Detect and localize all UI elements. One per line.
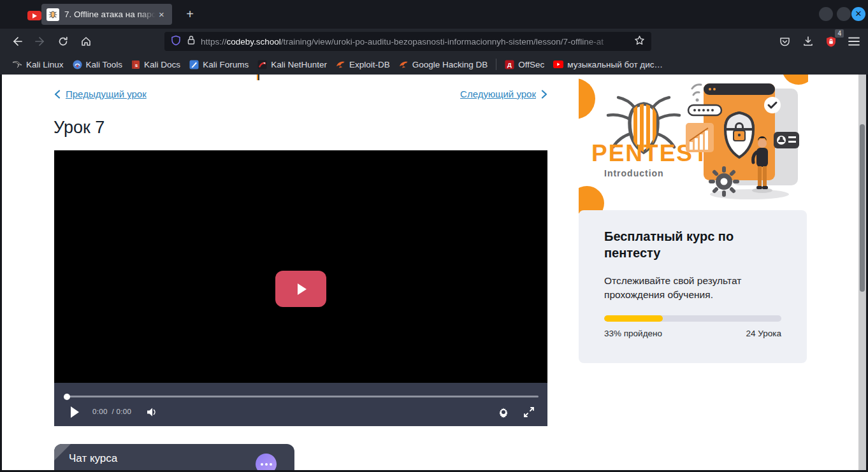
video-seek-bar[interactable]: [66, 396, 539, 397]
tab-bar: 7. Offline атака на пароли × + ✕: [0, 0, 868, 29]
codeby-bug-icon: [47, 8, 59, 21]
youtube-icon: [553, 61, 563, 68]
bookmark-kali-docs[interactable]: s Kali Docs: [127, 58, 185, 71]
course-progress-card: Бесплатный курс по пентесту Отслеживайте…: [579, 210, 807, 363]
tracking-shield-icon[interactable]: [171, 35, 181, 48]
close-window-button[interactable]: ✕: [851, 7, 865, 21]
tab-active[interactable]: 7. Offline атака на пароли ×: [41, 4, 172, 25]
extension-badge: 4: [835, 29, 844, 38]
course-progress-bar: [604, 315, 781, 322]
kali-docs-icon: s: [131, 60, 140, 69]
video-big-play-button[interactable]: [275, 271, 326, 307]
pocket-icon[interactable]: [776, 33, 793, 50]
video-screen[interactable]: [54, 150, 547, 383]
bookmarks-separator: [496, 59, 496, 70]
maximize-button[interactable]: [837, 7, 851, 21]
youtube-icon[interactable]: [27, 11, 41, 20]
url-bar[interactable]: https://codeby.school/training/view/urok…: [164, 32, 651, 51]
video-player: 0:00 / 0:00: [54, 150, 547, 426]
bookmark-kali-nethunter[interactable]: Kali NetHunter: [253, 58, 331, 71]
chat-title: Чат курса: [69, 452, 117, 465]
next-lesson-link[interactable]: Следующий урок: [460, 89, 547, 99]
svg-text:s: s: [135, 62, 138, 68]
gear-icon: [497, 406, 510, 418]
kali-tools-icon: [73, 60, 82, 69]
course-progress-labels: 33% пройдено 24 Урока: [604, 329, 781, 338]
clipped-heading-fragment: [257, 75, 259, 80]
chat-bubble-icon[interactable]: [256, 454, 277, 472]
bookmark-kali-tools[interactable]: Kali Tools: [68, 58, 127, 71]
kali-dragon-icon: [12, 59, 22, 69]
lessons-count-label: 24 Урока: [746, 329, 781, 338]
tab-title: 7. Offline атака на пароли: [64, 10, 157, 19]
lock-icon[interactable]: [187, 35, 196, 48]
offsec-icon: Д: [505, 60, 514, 69]
bookmark-star-icon[interactable]: [634, 35, 645, 48]
tab-close-icon[interactable]: ×: [159, 10, 164, 19]
bookmark-music-bot[interactable]: музыкальный бот дис…: [549, 58, 667, 71]
chevron-left-icon: [54, 90, 61, 99]
chevron-right-icon: [541, 90, 547, 99]
svg-text:Д: Д: [507, 61, 512, 68]
fullscreen-button[interactable]: [521, 404, 537, 420]
window-border-left: [0, 75, 2, 472]
ghdb-icon: [399, 60, 409, 69]
forward-button[interactable]: [32, 33, 48, 50]
video-seek-handle[interactable]: [64, 394, 70, 400]
home-button[interactable]: [78, 33, 94, 50]
lesson-navigation: Предыдущий урок Следующий урок: [54, 89, 547, 101]
adblock-extension-icon[interactable]: 4: [823, 33, 839, 50]
fullscreen-icon: [523, 406, 535, 418]
course-progress-fill: [604, 315, 663, 322]
browser-window: 7. Offline атака на пароли × + ✕ https:/…: [0, 0, 868, 472]
url-text: https://codeby.school/training/view/urok…: [201, 37, 634, 46]
scrollbar-thumb[interactable]: [860, 124, 865, 292]
back-button[interactable]: [9, 33, 25, 50]
volume-button[interactable]: [143, 404, 160, 420]
play-icon: [69, 406, 80, 418]
video-play-button[interactable]: [67, 404, 82, 420]
course-chat-widget[interactable]: Чат курса: [54, 444, 294, 472]
kali-nethunter-icon: [257, 60, 267, 69]
minimize-button[interactable]: [819, 7, 833, 21]
video-controls: 0:00 / 0:00: [54, 383, 547, 426]
downloads-icon[interactable]: [800, 33, 816, 50]
progress-percent-label: 33% пройдено: [604, 329, 662, 338]
bookmark-offsec[interactable]: Д OffSec: [500, 58, 549, 71]
bookmark-kali-forums[interactable]: Kali Forums: [185, 58, 253, 71]
play-icon: [293, 281, 309, 297]
page-content: Предыдущий урок Следующий урок Урок 7: [0, 75, 868, 472]
menu-hamburger-icon[interactable]: [846, 33, 862, 50]
lesson-title: Урок 7: [54, 118, 105, 138]
bookmark-kali-linux[interactable]: Kali Linux: [8, 57, 68, 71]
kali-forums-icon: [189, 60, 199, 69]
volume-icon: [145, 406, 158, 418]
previous-lesson-link[interactable]: Предыдущий урок: [54, 89, 147, 99]
new-tab-button[interactable]: +: [182, 7, 198, 22]
bookmarks-toolbar: Kali Linux Kali Tools s Kali Docs Kali F…: [0, 54, 868, 75]
exploit-db-icon: [336, 60, 345, 69]
video-time: 0:00 / 0:00: [92, 408, 131, 415]
bookmark-exploit-db[interactable]: Exploit-DB: [331, 58, 394, 71]
pentest-banner-art: PENTEST Introduction: [579, 75, 808, 213]
page-scrollbar[interactable]: [858, 75, 866, 472]
bookmark-google-hacking-db[interactable]: Google Hacking DB: [394, 58, 493, 71]
course-card-description: Отслеживайте свой результат прохождения …: [604, 274, 789, 302]
video-settings-button[interactable]: [495, 404, 512, 420]
course-card-title: Бесплатный курс по пентесту: [604, 228, 789, 261]
svg-text:Introduction: Introduction: [604, 168, 664, 178]
course-banner[interactable]: PENTEST Introduction: [579, 75, 808, 213]
reload-button[interactable]: [55, 33, 71, 50]
